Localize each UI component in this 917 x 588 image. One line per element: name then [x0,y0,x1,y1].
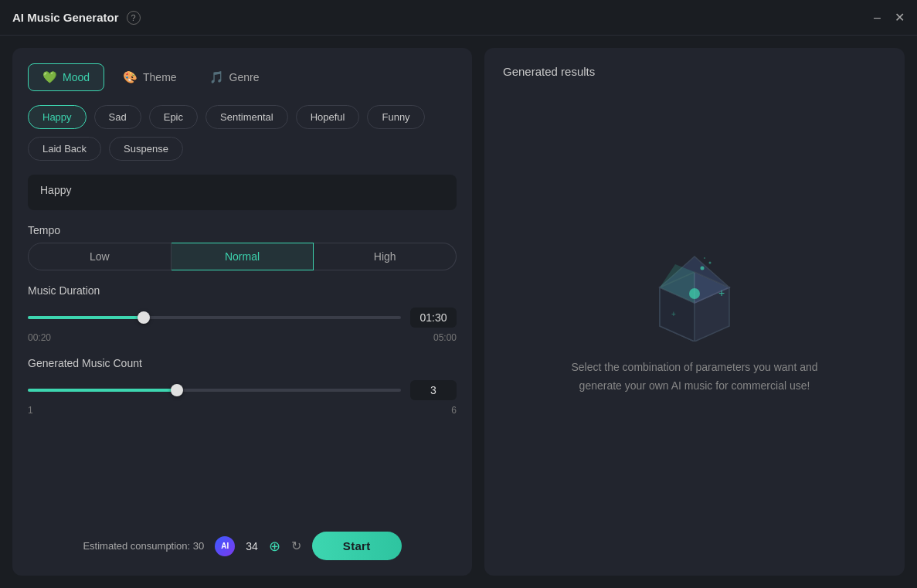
duration-max: 05:00 [433,332,457,343]
count-max: 6 [451,405,457,416]
count-value: 3 [410,380,457,400]
count-slider-row: 3 [28,380,457,400]
main-content: 💚 Mood 🎨 Theme 🎵 Genre Happy Sad Epic Se… [0,36,917,588]
minimize-button[interactable]: – [874,12,881,24]
svg-point-9 [704,257,705,259]
mood-grid: Happy Sad Epic Sentimental Hopeful Funny… [28,105,457,161]
mood-hopeful[interactable]: Hopeful [296,105,360,129]
count-track [28,389,401,392]
consumption-text: Estimated consumption: 30 [83,540,204,552]
app-title: AI Music Generator [12,11,119,24]
mood-sad[interactable]: Sad [94,105,141,129]
title-bar-left: AI Music Generator ? [12,11,141,25]
tempo-low[interactable]: Low [28,243,172,270]
genre-tab-icon: 🎵 [209,70,224,84]
svg-text:+: + [671,310,676,318]
svg-point-8 [709,262,712,264]
refresh-button[interactable]: ↻ [291,539,301,553]
duration-fill [28,316,144,319]
count-range: 1 6 [28,405,457,416]
add-credits-button[interactable]: ⊕ [269,538,280,555]
right-panel: Generated results [484,48,905,576]
svg-text:+: + [718,287,725,299]
tempo-label: Tempo [28,224,457,236]
selected-mood-text: Happy [40,184,71,196]
empty-box-illustration: + + [644,241,745,342]
credit-count: 34 [246,540,258,552]
empty-state: + + Select the combination of parameters… [503,78,886,559]
tab-genre[interactable]: 🎵 Genre [195,64,273,90]
selected-mood-display: Happy [28,175,457,210]
tab-bar: 💚 Mood 🎨 Theme 🎵 Genre [28,63,457,91]
count-track-container[interactable] [28,382,401,398]
theme-tab-icon: 🎨 [123,70,138,84]
close-button[interactable]: ✕ [895,12,905,24]
tempo-normal[interactable]: Normal [172,243,314,270]
tempo-high[interactable]: High [314,243,457,270]
duration-min: 00:20 [28,332,51,343]
help-button[interactable]: ? [127,11,141,25]
count-label: Generated Music Count [28,357,457,369]
tempo-section: Tempo Low Normal High [28,224,457,270]
tab-theme[interactable]: 🎨 Theme [109,64,191,90]
duration-range: 00:20 05:00 [28,332,457,343]
left-panel: 💚 Mood 🎨 Theme 🎵 Genre Happy Sad Epic Se… [12,48,472,576]
mood-sentimental[interactable]: Sentimental [205,105,288,129]
results-title: Generated results [503,65,595,78]
window-controls: – ✕ [874,12,905,24]
duration-section: Music Duration 01:30 00:20 05:00 [28,284,457,343]
mood-tab-icon: 💚 [42,70,57,84]
mood-epic[interactable]: Epic [149,105,198,129]
mood-laid-back[interactable]: Laid Back [28,137,101,161]
ai-badge: AI [215,536,235,556]
count-thumb[interactable] [171,384,183,396]
tab-mood-label: Mood [63,71,90,83]
duration-thumb[interactable] [138,311,150,324]
duration-slider-row: 01:30 [28,308,457,328]
duration-label: Music Duration [28,284,457,297]
duration-track [28,316,401,319]
count-min: 1 [28,405,33,416]
empty-description: Select the combination of parameters you… [567,359,822,396]
title-bar: AI Music Generator ? – ✕ [0,0,917,36]
tab-theme-label: Theme [143,71,177,83]
bottom-bar: Estimated consumption: 30 AI 34 ⊕ ↻ Star… [28,525,457,560]
mood-suspense[interactable]: Suspense [109,137,183,161]
mood-funny[interactable]: Funny [367,105,424,129]
count-section: Generated Music Count 3 1 6 [28,357,457,416]
svg-point-7 [701,267,705,270]
tempo-group: Low Normal High [28,243,457,270]
duration-track-container[interactable] [28,310,401,325]
count-fill [28,389,177,392]
svg-point-6 [689,288,700,299]
tab-genre-label: Genre [229,71,260,83]
start-button[interactable]: Start [312,532,402,560]
mood-happy[interactable]: Happy [28,105,87,129]
tab-mood[interactable]: 💚 Mood [28,63,104,91]
duration-value: 01:30 [410,308,457,328]
